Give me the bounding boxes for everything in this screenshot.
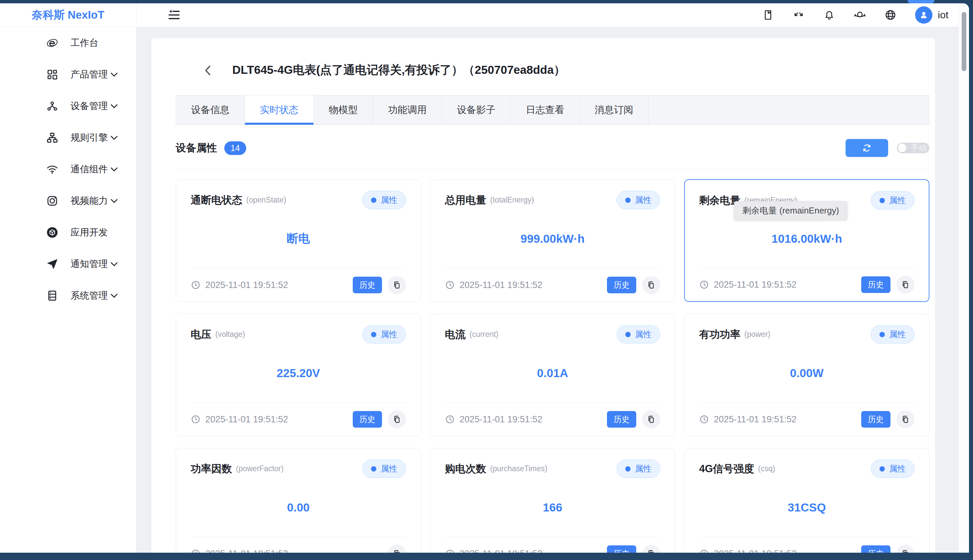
- copy-icon: [647, 415, 656, 424]
- rotate-icon[interactable]: [854, 9, 866, 21]
- globe-icon[interactable]: [884, 9, 896, 21]
- header-icons: iot: [762, 6, 958, 23]
- property-name: 总用电量: [445, 193, 486, 207]
- copy-button[interactable]: [642, 545, 660, 553]
- copy-icon: [647, 549, 656, 553]
- sidebar-item-appdev[interactable]: 应用开发: [0, 217, 136, 248]
- sidebar-item-system[interactable]: 系统管理: [0, 280, 136, 311]
- property-value: 999.00kW·h: [445, 209, 660, 268]
- copy-button[interactable]: [642, 410, 660, 428]
- history-button[interactable]: 历史: [861, 545, 891, 553]
- sidebar-item-label: 工作台: [70, 37, 126, 49]
- timestamp: 2025-11-01 19:51:52: [191, 280, 288, 290]
- tab-device-shadow[interactable]: 设备影子: [442, 95, 511, 125]
- property-card[interactable]: 购电次数(purchaseTimes) 属性 166 2025-11-01 19…: [430, 448, 675, 553]
- tab-message-subscribe[interactable]: 消息订阅: [580, 95, 649, 125]
- username: iot: [938, 9, 948, 21]
- property-card[interactable]: 电流(current) 属性 0.01A 2025-11-01 19:51:52…: [430, 313, 675, 436]
- copy-icon: [392, 415, 402, 424]
- property-name: 电压: [191, 328, 211, 342]
- sidebar-item-label: 视频能力: [70, 195, 108, 207]
- sidebar-item-notifications[interactable]: 通知管理: [0, 248, 136, 280]
- tab-thing-model[interactable]: 物模型: [314, 95, 373, 125]
- section-title: 设备属性: [176, 141, 217, 155]
- copy-button[interactable]: [388, 276, 406, 294]
- property-value: 0.00W: [699, 343, 914, 402]
- appdev-icon: [46, 226, 59, 239]
- clock-icon: [445, 549, 455, 553]
- history-button[interactable]: 历史: [353, 277, 382, 293]
- product-icon: [46, 68, 59, 81]
- sidebar-item-label: 设备管理: [70, 100, 108, 112]
- attr-badge: 属性: [871, 460, 914, 478]
- tab-device-info[interactable]: 设备信息: [176, 95, 245, 125]
- history-button[interactable]: 历史: [607, 545, 636, 553]
- user-menu[interactable]: iot: [915, 6, 948, 23]
- back-icon[interactable]: [202, 63, 215, 77]
- attr-badge: 属性: [363, 191, 406, 209]
- property-value: 225.20V: [191, 343, 406, 402]
- attr-badge: 属性: [871, 325, 914, 343]
- copy-button[interactable]: [388, 545, 406, 553]
- property-card[interactable]: 4G信号强度(csq) 属性 31CSQ 2025-11-01 19:51:52…: [684, 448, 930, 553]
- history-button[interactable]: 历史: [861, 276, 891, 293]
- sidebar-item-devices[interactable]: 设备管理: [0, 90, 136, 122]
- attr-badge: 属性: [617, 325, 660, 343]
- property-card[interactable]: 总用电量(totalEnergy) 属性 999.00kW·h 2025-11-…: [430, 179, 675, 302]
- sidebar-item-products[interactable]: 产品管理: [0, 58, 136, 90]
- property-name: 通断电状态: [191, 193, 242, 207]
- copy-icon: [901, 415, 910, 424]
- clock-icon: [191, 414, 201, 424]
- copy-button[interactable]: [388, 410, 406, 428]
- browser-accent: [908, 0, 935, 3]
- copy-button[interactable]: [896, 410, 914, 428]
- sidebar-item-workbench[interactable]: 工作台: [0, 27, 136, 58]
- tab-function-call[interactable]: 功能调用: [373, 95, 442, 125]
- brand-logo[interactable]: 奈科斯 NexIoT: [0, 3, 136, 27]
- clock-icon: [191, 549, 201, 553]
- manual-toggle[interactable]: 手动: [897, 143, 930, 153]
- property-name: 功率因数: [191, 462, 232, 476]
- chevron-down-icon: [108, 258, 120, 270]
- toggle-label: 手动: [911, 143, 927, 153]
- chevron-down-icon: [108, 68, 120, 81]
- history-button[interactable]: 历史: [353, 411, 382, 428]
- history-button[interactable]: 历史: [861, 411, 891, 428]
- history-button[interactable]: 历史: [607, 411, 636, 428]
- sidebar-item-video[interactable]: 视频能力: [0, 185, 136, 217]
- title-row: DLT645-4G电表(点了通电记得关,有投诉了）（250707ea8dda）: [202, 38, 930, 78]
- copy-button[interactable]: [896, 545, 914, 553]
- attr-badge: 属性: [871, 191, 914, 210]
- timestamp: 2025-11-01 19:51:52: [699, 414, 797, 425]
- attr-badge: 属性: [363, 325, 406, 343]
- tab-realtime-status[interactable]: 实时状态: [245, 95, 314, 125]
- property-card[interactable]: 剩余电量 (remainEnergy) 剩余电量(remainEnergy) 属…: [684, 179, 930, 302]
- property-name: 电流: [445, 328, 466, 342]
- copy-button[interactable]: [896, 276, 914, 293]
- menu-fold-icon[interactable]: [167, 8, 181, 22]
- copy-button[interactable]: [642, 276, 660, 294]
- tab-log-view[interactable]: 日志查看: [511, 95, 580, 125]
- property-card[interactable]: 电压(voltage) 属性 225.20V 2025-11-01 19:51:…: [176, 313, 421, 436]
- property-card[interactable]: 功率因数(powerFactor) 属性 0.00 2025-11-01 19:…: [176, 448, 421, 553]
- attr-dot-icon: [879, 332, 885, 337]
- property-card[interactable]: 通断电状态(openState) 属性 断电 2025-11-01 19:51:…: [176, 179, 421, 302]
- sidebar-item-rules[interactable]: 规则引擎: [0, 122, 136, 153]
- property-code: (current): [470, 330, 498, 339]
- property-code: (totalEnergy): [490, 195, 534, 205]
- property-card[interactable]: 有功功率(power) 属性 0.00W 2025-11-01 19:51:52…: [684, 313, 930, 436]
- property-code: (csq): [758, 464, 775, 473]
- refresh-button[interactable]: [846, 139, 888, 157]
- property-value: 0.01A: [445, 343, 660, 402]
- compress-icon[interactable]: [792, 9, 805, 21]
- history-button[interactable]: 历史: [607, 277, 636, 293]
- bell-icon[interactable]: [823, 9, 835, 21]
- document-icon[interactable]: [762, 9, 774, 21]
- scrollbar-thumb[interactable]: [962, 12, 966, 71]
- attr-badge: 属性: [617, 460, 660, 478]
- copy-icon: [901, 549, 910, 553]
- property-card-grid: 通断电状态(openState) 属性 断电 2025-11-01 19:51:…: [176, 179, 930, 553]
- sidebar-item-communication[interactable]: 通信组件: [0, 153, 136, 185]
- props-controls: 手动: [846, 139, 930, 157]
- attr-dot-icon: [625, 466, 630, 472]
